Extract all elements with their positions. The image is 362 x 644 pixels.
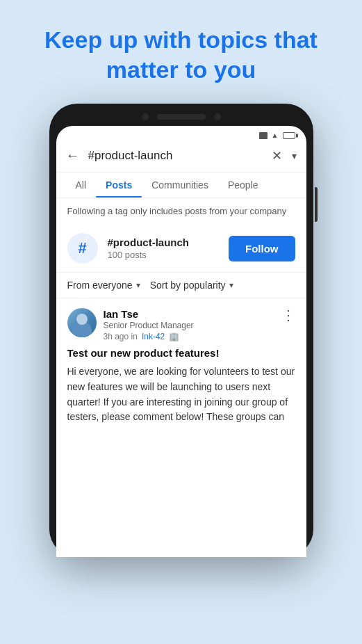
tabs-container: All Posts Communities People [56, 172, 306, 198]
post-more-button[interactable]: ⋮ [281, 308, 295, 322]
post-meta: Ian Tse Senior Product Manager 3h ago in… [104, 308, 274, 341]
follow-button[interactable]: Follow [229, 236, 295, 261]
wifi-icon: ▲ [272, 131, 279, 139]
post-header: Ian Tse Senior Product Manager 3h ago in… [67, 308, 295, 341]
avatar-image [67, 308, 97, 337]
phone-body: ▲ ← #product-launch ✕ ▾ All Posts Commun… [49, 104, 313, 557]
phone-side-button [315, 187, 318, 222]
filter-row: From everyone ▾ Sort by popularity ▾ [56, 273, 306, 298]
post-title: Test our new product features! [67, 347, 295, 359]
phone-speaker [157, 114, 206, 120]
building-icon: 🏢 [169, 332, 179, 341]
avatar [67, 308, 97, 337]
tab-communities[interactable]: Communities [142, 172, 218, 198]
sort-by-popularity-filter[interactable]: Sort by popularity ▾ [150, 280, 233, 291]
page-title: Keep up with topics that matter to you [0, 0, 362, 104]
clear-search-button[interactable]: ✕ [272, 148, 282, 163]
sort-label: Sort by popularity [150, 280, 226, 291]
camera-dot-left [142, 113, 149, 120]
post-author-role: Senior Product Manager [104, 321, 274, 330]
search-actions: ✕ ▾ [272, 148, 297, 163]
post-community-link[interactable]: Ink-42 [142, 332, 165, 341]
battery-icon [283, 132, 295, 139]
search-dropdown-button[interactable]: ▾ [292, 150, 297, 161]
signal-icon [259, 132, 268, 139]
phone-mockup: ▲ ← #product-launch ✕ ▾ All Posts Commun… [0, 104, 362, 557]
tag-info: #product-launch 100 posts [108, 236, 220, 260]
post-time-row: 3h ago in Ink-42 🏢 [104, 332, 274, 341]
search-bar: ← #product-launch ✕ ▾ [56, 142, 306, 172]
status-bar: ▲ [56, 126, 306, 142]
back-button[interactable]: ← [66, 147, 80, 163]
phone-screen: ▲ ← #product-launch ✕ ▾ All Posts Commun… [56, 126, 306, 557]
from-everyone-filter[interactable]: From everyone ▾ [67, 280, 140, 291]
following-notice: Following a tag only includes posts from… [56, 198, 306, 225]
tag-card: # #product-launch 100 posts Follow [56, 225, 306, 273]
tab-posts[interactable]: Posts [96, 172, 142, 198]
post-card: Ian Tse Senior Product Manager 3h ago in… [56, 298, 306, 435]
search-query: #product-launch [88, 149, 263, 163]
tag-post-count: 100 posts [108, 250, 220, 260]
post-body: Hi everyone, we are looking for voluntee… [67, 364, 295, 425]
sort-chevron-icon: ▾ [229, 280, 233, 290]
tag-icon: # [67, 233, 98, 264]
post-timestamp: 3h ago in [104, 332, 138, 341]
tag-name: #product-launch [108, 236, 220, 248]
tab-all[interactable]: All [66, 172, 97, 198]
from-chevron-icon: ▾ [136, 280, 140, 290]
post-author-name: Ian Tse [104, 308, 274, 320]
phone-top-bar [56, 113, 306, 120]
from-everyone-label: From everyone [67, 280, 133, 291]
page-header: Keep up with topics that matter to you [0, 0, 362, 104]
tab-people[interactable]: People [218, 172, 268, 198]
camera-dot-right [214, 113, 221, 120]
hash-icon: # [78, 239, 86, 257]
